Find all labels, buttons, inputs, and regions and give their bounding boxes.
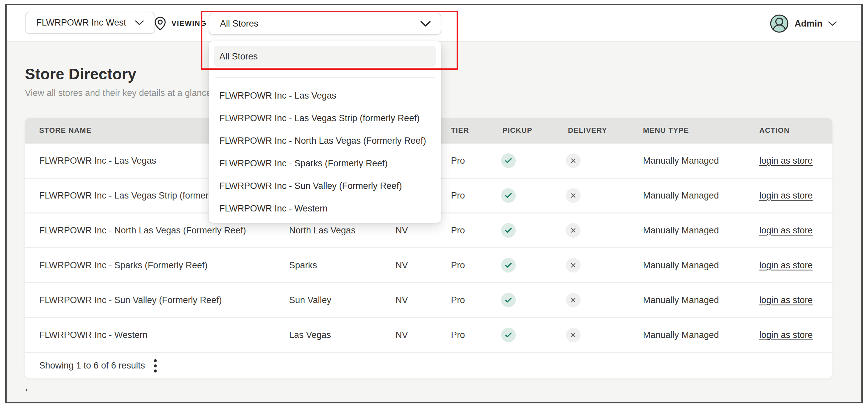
cell-action: login as store xyxy=(760,330,813,340)
cell-tier: Pro xyxy=(451,260,465,271)
login-as-store-link[interactable]: login as store xyxy=(760,156,813,166)
cell-city: Sun Valley xyxy=(289,295,331,305)
cell-action: login as store xyxy=(760,295,813,305)
table-row: FLWRPOWR Inc - Sun Valley (Formerly Reef… xyxy=(25,282,832,317)
login-as-store-link[interactable]: login as store xyxy=(760,260,813,270)
x-icon xyxy=(566,328,581,342)
cell-action: login as store xyxy=(760,226,813,236)
results-summary: Showing 1 to 6 of 6 results xyxy=(39,361,145,371)
store-dropdown-menu: All Stores FLWRPOWR Inc - Las Vegas FLWR… xyxy=(209,41,441,223)
user-menu[interactable]: Admin xyxy=(770,5,837,42)
cell-state: NV xyxy=(396,330,408,340)
cell-tier: Pro xyxy=(451,330,465,340)
dropdown-option-all-stores[interactable]: All Stores xyxy=(214,46,436,67)
dropdown-option[interactable]: FLWRPOWR Inc - North Las Vegas (Formerly… xyxy=(209,130,441,152)
cell-delivery xyxy=(566,293,581,307)
org-selector-label: FLWRPOWR Inc West xyxy=(36,18,126,28)
cell-menu-type: Manually Managed xyxy=(643,260,719,271)
store-selector[interactable]: All Stores xyxy=(209,12,441,35)
cell-menu-type: Manually Managed xyxy=(643,330,719,340)
cell-city: North Las Vegas xyxy=(289,226,355,236)
dropdown-option[interactable]: FLWRPOWR Inc - Sun Valley (Formerly Reef… xyxy=(209,175,441,197)
dropdown-option[interactable]: FLWRPOWR Inc - Western xyxy=(209,197,441,220)
table-row: FLWRPOWR Inc - Sparks (Formerly Reef) Sp… xyxy=(25,247,832,282)
avatar xyxy=(770,14,789,33)
stray-text: , xyxy=(25,380,28,393)
viewing-indicator: VIEWING xyxy=(154,5,207,42)
dropdown-option[interactable]: FLWRPOWR Inc - Las Vegas xyxy=(209,84,441,107)
cell-delivery xyxy=(566,188,581,203)
column-header: MENU TYPE xyxy=(643,126,689,135)
cell-tier: Pro xyxy=(451,156,465,166)
cell-store-name: FLWRPOWR Inc - Western xyxy=(39,330,148,340)
cell-pickup xyxy=(501,154,516,168)
cell-pickup xyxy=(501,258,516,273)
cell-delivery xyxy=(566,223,581,238)
page-head: Store Directory View all stores and thei… xyxy=(25,65,211,98)
cell-pickup xyxy=(501,223,516,238)
dropdown-option[interactable]: FLWRPOWR Inc - Sparks (Formerly Reef) xyxy=(209,152,441,175)
cell-city: Las Vegas xyxy=(289,330,331,340)
cell-menu-type: Manually Managed xyxy=(643,226,719,236)
dropdown-divider xyxy=(215,77,435,78)
dropdown-option[interactable]: FLWRPOWR Inc - Las Vegas Strip (formerly… xyxy=(209,107,441,130)
login-as-store-link[interactable]: login as store xyxy=(760,191,813,201)
cell-store-name: FLWRPOWR Inc - North Las Vegas (Formerly… xyxy=(39,226,246,236)
page-subtitle: View all stores and their key details at… xyxy=(25,88,211,98)
store-selector-value: All Stores xyxy=(220,19,258,29)
cell-delivery xyxy=(566,328,581,342)
viewing-label: VIEWING xyxy=(172,19,207,28)
cell-tier: Pro xyxy=(451,191,465,201)
check-icon xyxy=(501,328,516,342)
check-icon xyxy=(501,188,516,203)
cell-delivery xyxy=(566,154,581,168)
cell-action: login as store xyxy=(760,191,813,201)
column-header: STORE NAME xyxy=(39,126,91,135)
cell-store-name: FLWRPOWR Inc - Las Vegas xyxy=(39,156,156,166)
cell-store-name: FLWRPOWR Inc - Sun Valley (Formerly Reef… xyxy=(39,295,222,305)
cell-delivery xyxy=(566,258,581,273)
dropdown-options-list: FLWRPOWR Inc - Las Vegas FLWRPOWR Inc - … xyxy=(209,84,441,220)
check-icon xyxy=(501,293,516,307)
cell-tier: Pro xyxy=(451,226,465,236)
chevron-down-icon xyxy=(421,21,431,27)
column-header: PICKUP xyxy=(502,126,532,135)
cell-pickup xyxy=(501,328,516,342)
cell-state: NV xyxy=(396,226,408,236)
x-icon xyxy=(566,154,581,168)
cell-store-name: FLWRPOWR Inc - Sparks (Formerly Reef) xyxy=(39,260,208,271)
cell-tier: Pro xyxy=(451,295,465,305)
chevron-down-icon xyxy=(828,21,837,26)
column-header: TIER xyxy=(451,126,469,135)
login-as-store-link[interactable]: login as store xyxy=(760,330,813,340)
login-as-store-link[interactable]: login as store xyxy=(760,226,813,235)
column-header: DELIVERY xyxy=(568,126,607,135)
cell-pickup xyxy=(501,293,516,307)
table-footer: Showing 1 to 6 of 6 results xyxy=(25,352,832,378)
x-icon xyxy=(566,258,581,273)
cell-action: login as store xyxy=(760,156,813,166)
login-as-store-link[interactable]: login as store xyxy=(760,295,813,305)
cell-state: NV xyxy=(396,260,408,271)
org-selector[interactable]: FLWRPOWR Inc West xyxy=(25,12,155,34)
x-icon xyxy=(566,293,581,307)
cell-state: NV xyxy=(396,295,408,305)
check-icon xyxy=(501,258,516,273)
cell-action: login as store xyxy=(760,260,813,271)
cell-menu-type: Manually Managed xyxy=(643,156,719,166)
x-icon xyxy=(566,188,581,203)
cell-menu-type: Manually Managed xyxy=(643,191,719,201)
check-icon xyxy=(501,223,516,238)
check-icon xyxy=(501,154,516,168)
kebab-menu-icon[interactable] xyxy=(152,357,158,374)
chevron-down-icon xyxy=(135,20,144,26)
user-menu-label: Admin xyxy=(795,19,823,29)
cell-city: Sparks xyxy=(289,260,317,271)
topbar: FLWRPOWR Inc West VIEWING All Stores xyxy=(7,5,861,42)
location-pin-icon xyxy=(154,16,167,31)
page-title: Store Directory xyxy=(25,65,211,83)
column-header: ACTION xyxy=(760,126,789,135)
cell-menu-type: Manually Managed xyxy=(643,295,719,305)
cell-pickup xyxy=(501,188,516,203)
table-row: FLWRPOWR Inc - Western Las Vegas NV Pro … xyxy=(25,317,832,352)
